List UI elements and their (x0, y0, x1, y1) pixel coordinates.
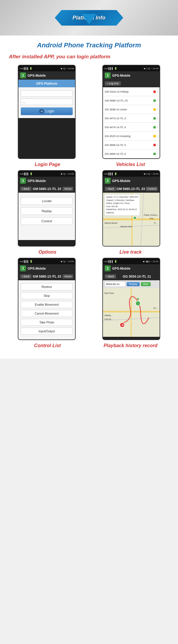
playback-map-svg: ✕ New Town Ablekp... Fam-M... Ku... (103, 288, 160, 337)
livetrack-back-button[interactable]: ‹ Back (105, 187, 116, 191)
svg-text:Fam-M...: Fam-M... (104, 318, 113, 320)
playback-nav-bar: ‹ Back GG 3034-14 iTL 11 (103, 273, 160, 280)
livetrack-status-bar: null ▌▌▌ 🔋 ■□□Q ↑ 14:50 (103, 171, 160, 177)
input-output-button[interactable]: Input/Output (21, 328, 73, 335)
control-status-bar: null ▌▌▌ 🔋 ■□Q ↑ 14:50 (18, 258, 75, 264)
status-indicator (153, 117, 156, 120)
vehicle-name: GN 4668-14 iTL 5 (105, 144, 152, 146)
banner-diamond (82, 14, 96, 24)
logout-btn-label: Log Out (109, 82, 118, 85)
v-signal: null ▌▌▌ (104, 67, 114, 70)
input-output-label: Input/Output (39, 330, 55, 333)
vehicles-list: GM 5316-13 Felicity › GM 5685-13 iTL 23 … (103, 87, 160, 158)
logout-button[interactable]: ‹ Log Out (105, 81, 121, 86)
vehicles-nav-bar: ‹ Log Out (103, 80, 160, 87)
take-photo-label: Take Photo (39, 321, 54, 324)
vehicles-phone-screen: null ▌▌▌ 🔋 ■□□Q ↑ 14:49 GPS-Mobile (102, 65, 160, 159)
vehicles-app-bar: GPS-Mobile (103, 71, 160, 80)
svg-text:Praise Commu...: Praise Commu... (144, 214, 159, 216)
options-phone-screen: null ▌▌▌ 🔋 ■□Q ↑ 14:49 GPS-Mobile (18, 170, 76, 247)
svg-text:Ku...: Ku... (153, 307, 158, 309)
livetrack-app-title: GPS-Mobile (112, 179, 131, 183)
login-button[interactable]: ⚙ Login (21, 107, 73, 115)
labels-row-2: Options Live track (0, 248, 178, 256)
chevron-right-icon: › (157, 108, 158, 111)
vehicle-item[interactable]: GN 4668-14 iTL 5 › (103, 141, 160, 149)
control-nav-title: GM 5685-13 iTL 23 (31, 275, 63, 278)
control-home-button[interactable]: Home (63, 274, 73, 278)
login-label: Login Page (19, 162, 77, 167)
playback-date-input[interactable] (105, 281, 125, 287)
vehicles-status-right: ■□□Q ↑ 14:49 (144, 67, 158, 70)
control-back-button[interactable]: ‹ Back (20, 274, 31, 278)
login-phone-screen: null ▌▌▌ 🔋 ■□Q ↑ 14:48 GPS-Mobile (18, 65, 76, 159)
playback-controls-bar: Replay Run (103, 280, 160, 288)
login-status-icons: ■□Q ↑ (61, 67, 67, 70)
login-status-right: ■□Q ↑ 14:48 (61, 67, 74, 70)
replay-label: Replay (42, 209, 52, 213)
control-phone-screen: null ▌▌▌ 🔋 ■□Q ↑ 14:50 GPS-Mobile (18, 258, 76, 340)
locate-label: Locate (42, 199, 52, 203)
o-icons: ■□Q ↑ (61, 173, 67, 175)
options-back-button[interactable]: ‹ Back (20, 187, 31, 191)
vehicles-status-bar: null ▌▌▌ 🔋 ■□□Q ↑ 14:49 (103, 65, 160, 71)
login-password-input[interactable]: ... (21, 99, 73, 105)
playback-run-button[interactable]: Run (141, 282, 151, 286)
vehicle-item[interactable]: GN 4523-13 Amaning › (103, 132, 160, 141)
vehicle-item[interactable]: GM 5316-13 Felicity › (103, 87, 160, 96)
stop-button[interactable]: Stop (21, 292, 73, 299)
vehicle-item[interactable]: GN 4474-14 iTL 4 › (103, 123, 160, 132)
locate-button[interactable]: Locate (21, 197, 73, 205)
enable-movement-button[interactable]: Enable Movement (21, 301, 73, 308)
svg-text:New Town: New Town (104, 292, 114, 294)
playback-back-button[interactable]: ‹ Back (105, 274, 116, 278)
livetrack-time: 14:50 (152, 173, 158, 175)
vehicle-item[interactable]: GM 5685-13 iTL 23 › (103, 96, 160, 105)
login-username-input[interactable] (21, 90, 73, 97)
enable-movement-label: Enable Movement (35, 303, 59, 306)
vehicle-name: GN 4669-14 iTL 6 (105, 152, 152, 155)
p-signal: null ▌▌▌ (104, 260, 114, 263)
signal-text: null (20, 67, 23, 70)
info-close-btn[interactable]: ✕ (136, 195, 139, 199)
login-status-left: null ▌▌▌ 🔋 (20, 67, 32, 70)
chevron-right-icon: › (157, 125, 158, 129)
vehicle-name: GM 5316-13 Felicity (105, 90, 152, 93)
cancel-movement-button[interactable]: Cancel Movement (21, 310, 73, 317)
p-icons: ■□▣Q ↑ (143, 260, 152, 263)
vehicle-item[interactable]: GN 2938-14 Union › (103, 105, 160, 114)
playback-status-right: ■□▣Q ↑ 15:24 (143, 260, 158, 263)
options-app-title: GPS-Mobile (28, 179, 46, 183)
vehicle-name: GM 5685-13 iTL 23 (105, 99, 152, 102)
main-title: Android Phone Tracking Platform (0, 36, 178, 51)
svg-point-9 (134, 216, 136, 219)
svg-text:Adenta Clinic: Adenta Clinic (120, 226, 133, 228)
livetrack-map: Adenta Police Station Adenta Barrier Ade… (103, 193, 160, 246)
login-btn-icon: ⚙ (39, 109, 44, 114)
restore-button[interactable]: Restore (21, 283, 73, 290)
vehicle-item[interactable]: GN 4669-14 iTL 6 › (103, 149, 160, 158)
control-button[interactable]: Control (21, 217, 73, 225)
banner-section: Platform Info (0, 0, 178, 36)
lt-signal: null ▌▌▌ (104, 173, 114, 175)
replay-button[interactable]: Replay (21, 207, 73, 215)
svg-point-3 (107, 180, 108, 181)
playback-replay-button[interactable]: Replay (127, 282, 140, 286)
c-battery: 🔋 (30, 260, 33, 263)
page-content: Android Phone Tracking Platform After in… (0, 36, 178, 359)
options-content: Locate Replay Control (18, 193, 75, 240)
chevron-right-icon: › (157, 90, 158, 93)
control-status-right: ■□Q ↑ 14:50 (61, 260, 74, 263)
livetrack-control-button[interactable]: Control (146, 187, 158, 191)
chevron-right-icon: › (157, 99, 158, 102)
options-home-button[interactable]: Home (63, 187, 73, 191)
vehicles-label: Vehicles List (102, 162, 160, 167)
login-content: ... ⚙ Login (18, 87, 75, 118)
address-info: Address: (106, 211, 138, 215)
options-label: Options (19, 249, 77, 255)
o-battery: 🔋 (30, 173, 33, 175)
login-nav-title: GPS Platform (36, 82, 57, 85)
vehicle-item[interactable]: GN 4473-14 iTL 3 › (103, 114, 160, 123)
sub-title: After installed APP, you can login platf… (0, 51, 178, 63)
take-photo-button[interactable]: Take Photo (21, 319, 73, 326)
